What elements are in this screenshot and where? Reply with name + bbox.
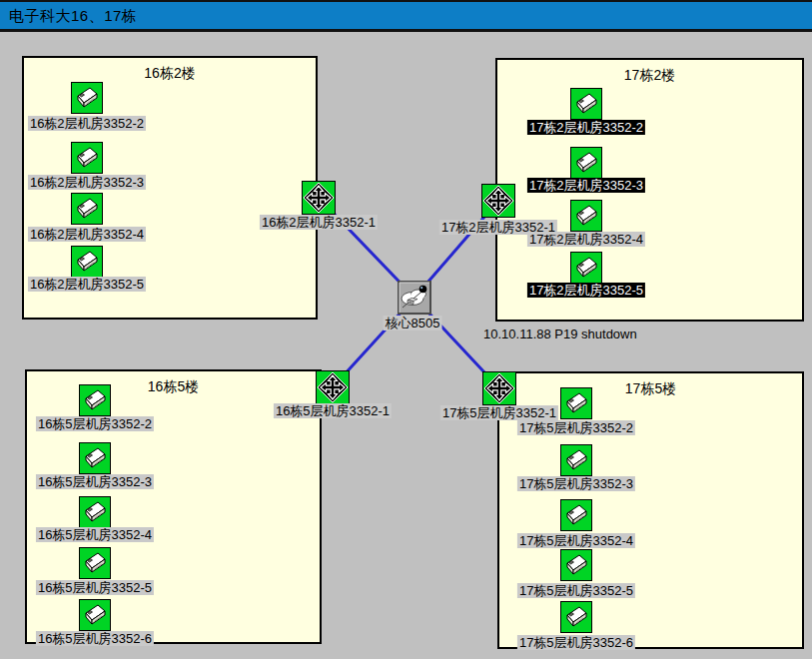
device-label: 16栋2层机房3352-3 (28, 175, 146, 190)
device-label: 16栋5层机房3352-5 (36, 580, 154, 595)
device-label: 17栋5层机房3352-5 (517, 583, 635, 598)
device-label: 16栋5层机房3352-2 (36, 416, 154, 431)
router-label: 17栋2层机房3352-1 (439, 220, 557, 235)
topology-map-canvas: 电子科大16、17栋 10.10.11.88 P19 shutdown 16栋2… (0, 0, 812, 659)
device-label: 16栋5层机房3352-4 (36, 527, 154, 542)
status-note: 10.10.11.88 P19 shutdown (483, 327, 637, 341)
switch-icon[interactable] (79, 496, 111, 528)
map-title: 电子科大16、17栋 (9, 7, 137, 24)
map-title-frame: 电子科大16、17栋 (0, 0, 812, 32)
router-icon[interactable] (316, 370, 350, 404)
device-label: 17栋2层机房3352-5 (527, 283, 645, 298)
router-icon[interactable] (302, 181, 336, 215)
switch-icon[interactable] (79, 547, 111, 579)
switch-icon[interactable] (560, 444, 592, 476)
switch-icon[interactable] (570, 88, 602, 120)
switch-icon[interactable] (71, 82, 103, 114)
switch-icon[interactable] (560, 549, 592, 581)
switch-icon[interactable] (71, 142, 103, 174)
switch-icon[interactable] (560, 601, 592, 633)
switch-icon[interactable] (71, 193, 103, 225)
router-label: 16栋5层机房3352-1 (274, 403, 392, 418)
switch-icon[interactable] (79, 442, 111, 474)
device-label: 16栋5层机房3352-3 (36, 474, 154, 489)
switch-icon[interactable] (570, 200, 602, 232)
cloud-switch-icon[interactable] (398, 281, 431, 315)
device-label: 17栋5层机房3352-4 (517, 533, 635, 548)
device-label: 16栋5层机房3352-6 (36, 631, 154, 646)
switch-icon[interactable] (79, 599, 111, 631)
device-label: 17栋5层机房3352-2 (517, 420, 635, 435)
device-label: 16栋2层机房3352-4 (28, 227, 146, 242)
device-label: 17栋5层机房3352-6 (517, 635, 635, 650)
router-icon[interactable] (482, 371, 516, 405)
switch-icon[interactable] (560, 387, 592, 419)
switch-icon[interactable] (560, 499, 592, 531)
switch-icon[interactable] (79, 384, 111, 416)
router-icon[interactable] (481, 184, 515, 218)
device-label: 17栋2层机房3352-3 (527, 178, 645, 193)
device-label: 17栋2层机房3352-2 (527, 120, 645, 135)
switch-icon[interactable] (570, 147, 602, 179)
router-label: 16栋2层机房3352-1 (260, 215, 378, 230)
device-label: 16栋2层机房3352-5 (28, 277, 146, 292)
core-label: 核心8505 (384, 316, 442, 330)
router-label: 17栋5层机房3352-1 (440, 405, 558, 420)
switch-icon[interactable] (570, 252, 602, 284)
map-title-bar: 电子科大16、17栋 (0, 2, 812, 29)
device-label: 17栋5层机房3352-3 (517, 476, 635, 491)
switch-icon[interactable] (71, 246, 103, 278)
device-label: 16栋2层机房3352-2 (28, 116, 146, 131)
